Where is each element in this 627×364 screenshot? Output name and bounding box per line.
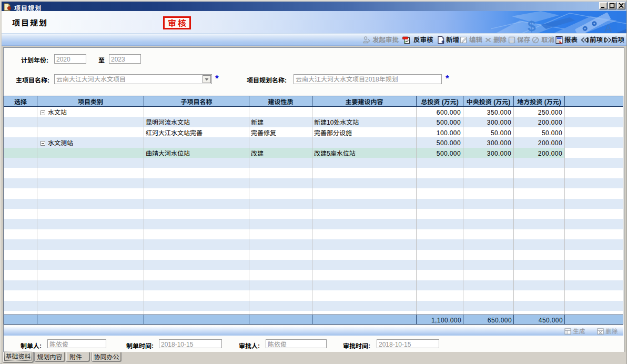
svg-text:A: A: [604, 22, 612, 33]
svg-text:$: $: [528, 18, 536, 33]
